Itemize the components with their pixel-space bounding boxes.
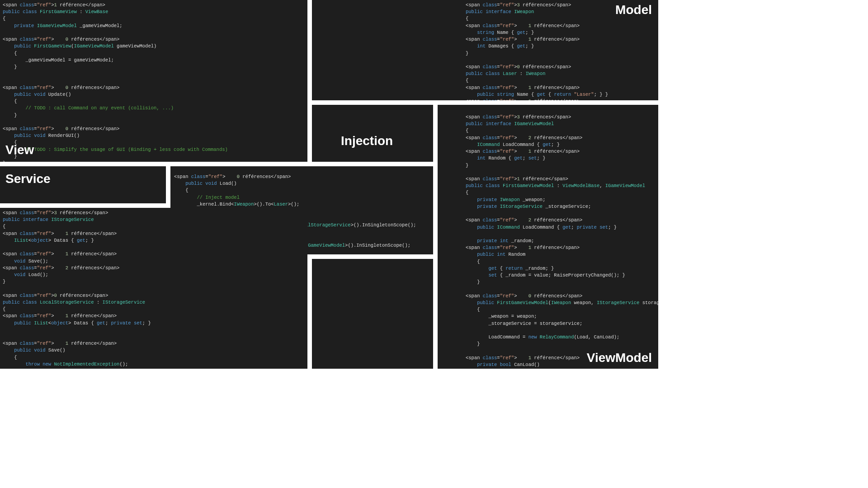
service-code-panel: <span class="ref">3 références</span> pu… [0,208,307,369]
viewmodel-code: <span class="ref">3 références</span> pu… [438,105,658,369]
view-code: <span class="ref">1 référence</span> pub… [0,0,307,162]
model-title: Model [615,3,652,17]
viewmodel-panel: <span class="ref">3 références</span> pu… [438,105,658,369]
injection-panel [312,105,433,162]
lowermid-panel [312,259,433,369]
view-panel: <span class="ref">1 référence</span> pub… [0,0,307,162]
injection-title: Injection [341,134,393,148]
model-code: <span class="ref">3 références</span> pu… [312,0,658,100]
model-panel: <span class="ref">3 références</span> pu… [312,0,658,100]
service-panel: Service [0,166,166,203]
service-code: <span class="ref">3 références</span> pu… [0,208,307,369]
viewmodel-title: ViewModel [587,351,652,365]
view-title: View [5,143,34,157]
service-title: Service [5,172,51,186]
